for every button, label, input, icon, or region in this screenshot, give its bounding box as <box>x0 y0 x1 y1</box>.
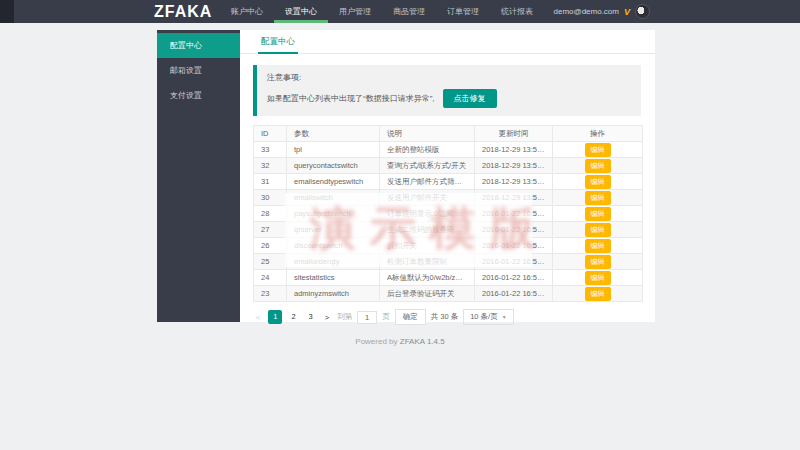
footer-brand-version: ZFAKA 1.4.5 <box>400 337 445 346</box>
table-row: 31emailsendtypeswitch发送用户邮件方式筛选开关2018-12… <box>254 174 643 190</box>
footer: Powered by ZFAKA 1.4.5 <box>0 337 800 346</box>
confirm-button[interactable]: 确定 <box>395 309 426 325</box>
table-row: 24sitestatisticsA标值默认为0/w2b/zhidingpage值… <box>254 270 643 286</box>
edit-button[interactable]: 编辑 <box>585 255 611 269</box>
user-area: demo@demo.com V <box>554 0 651 23</box>
table-row: 30emailswitch发送用户邮件开关2018-12-29 13:59:46… <box>254 190 643 206</box>
page-size-value: 10 条/页 <box>470 312 498 322</box>
col-header-id: ID <box>254 126 287 142</box>
col-header-desc: 说明 <box>380 126 475 142</box>
fix-button[interactable]: 点击修复 <box>443 89 497 108</box>
edit-button[interactable]: 编辑 <box>585 223 611 237</box>
notice-title: 注意事项: <box>267 72 631 83</box>
edit-button[interactable]: 编辑 <box>585 191 611 205</box>
jump-suffix-label: 页 <box>382 312 390 322</box>
edit-button[interactable]: 编辑 <box>585 175 611 189</box>
col-header-param: 参数 <box>287 126 380 142</box>
navbar-corner-block <box>0 0 14 23</box>
total-count-label: 共 30 条 <box>431 312 459 322</box>
tab-bar: 配置中心 <box>240 30 655 54</box>
user-email[interactable]: demo@demo.com <box>554 7 619 16</box>
menu-item-account[interactable]: 账户中心 <box>220 0 274 23</box>
top-navbar: ZFAKA 账户中心 设置中心 用户管理 商品管理 订单管理 统计报表 demo… <box>0 0 800 23</box>
jump-prefix-label: 到第 <box>337 312 352 322</box>
page-prev-button[interactable]: < <box>253 313 263 322</box>
edit-button[interactable]: 编辑 <box>585 143 611 157</box>
page-next-button[interactable]: > <box>322 313 332 322</box>
edit-button[interactable]: 编辑 <box>585 159 611 173</box>
app-logo[interactable]: ZFAKA <box>154 0 212 23</box>
sidebar-item-config-center[interactable]: 配置中心 <box>157 33 240 58</box>
sidebar-item-email-settings[interactable]: 邮箱设置 <box>157 58 240 83</box>
pagination: < 1 2 3 > 到第 页 确定 共 30 条 10 条/页 ▼ <box>253 309 642 325</box>
notice-box: 注意事项: 如果配置中心列表中出现了“数据接口请求异常”, 点击修复 <box>253 65 641 116</box>
menu-item-products[interactable]: 商品管理 <box>382 0 436 23</box>
edit-button[interactable]: 编辑 <box>585 239 611 253</box>
vip-badge-icon: V <box>624 7 630 17</box>
table-row: 26discountswitch折扣开关2016-01-22 16:51:14编… <box>254 238 643 254</box>
table-row: 23adminyzmswitch后台登录验证码开关2016-01-22 16:5… <box>254 286 643 302</box>
table-row: 25emailorderqty检测订单数量限制2016-01-22 16:51:… <box>254 254 643 270</box>
notice-body: 如果配置中心列表中出现了“数据接口请求异常”, <box>267 93 435 104</box>
table-header-row: ID 参数 说明 更新时间 操作 <box>254 126 643 142</box>
table-row: 27qrserver生成二维码的服务商地址2016-01-22 16:51:14… <box>254 222 643 238</box>
col-header-actions: 操作 <box>553 126 643 142</box>
page-number-2[interactable]: 2 <box>287 310 299 324</box>
edit-button[interactable]: 编辑 <box>585 207 611 221</box>
page-number-1[interactable]: 1 <box>268 310 282 324</box>
sidebar: 配置中心 邮箱设置 支付设置 <box>157 30 240 322</box>
avatar[interactable] <box>635 4 650 19</box>
menu-item-users[interactable]: 用户管理 <box>328 0 382 23</box>
page-size-select[interactable]: 10 条/页 ▼ <box>463 309 513 325</box>
edit-button[interactable]: 编辑 <box>585 271 611 285</box>
sidebar-item-payment-settings[interactable]: 支付设置 <box>157 83 240 108</box>
col-header-updated: 更新时间 <box>475 126 553 142</box>
tab-config-center[interactable]: 配置中心 <box>258 31 298 54</box>
table-row: 28paysubjectswitch订单说明显示:0隐藏:1显示2016-01-… <box>254 206 643 222</box>
table-row: 32querycontactswitch查询方式/联系方式/开关2018-12-… <box>254 158 643 174</box>
main-menu: 账户中心 设置中心 用户管理 商品管理 订单管理 统计报表 <box>220 0 544 23</box>
chevron-down-icon: ▼ <box>502 314 507 320</box>
menu-item-settings[interactable]: 设置中心 <box>274 0 328 23</box>
edit-button[interactable]: 编辑 <box>585 287 611 301</box>
content-card: 配置中心 注意事项: 如果配置中心列表中出现了“数据接口请求异常”, 点击修复 … <box>240 30 655 322</box>
jump-page-input[interactable] <box>357 311 377 324</box>
menu-item-reports[interactable]: 统计报表 <box>490 0 544 23</box>
table-row: 33tpl全新的整站模版2018-12-29 13:59:46编辑 <box>254 142 643 158</box>
powered-by-label: Powered by <box>355 337 397 346</box>
menu-item-orders[interactable]: 订单管理 <box>436 0 490 23</box>
page-number-3[interactable]: 3 <box>305 310 317 324</box>
config-table: ID 参数 说明 更新时间 操作 33tpl全新的整站模版2018-12-29 … <box>253 125 643 302</box>
